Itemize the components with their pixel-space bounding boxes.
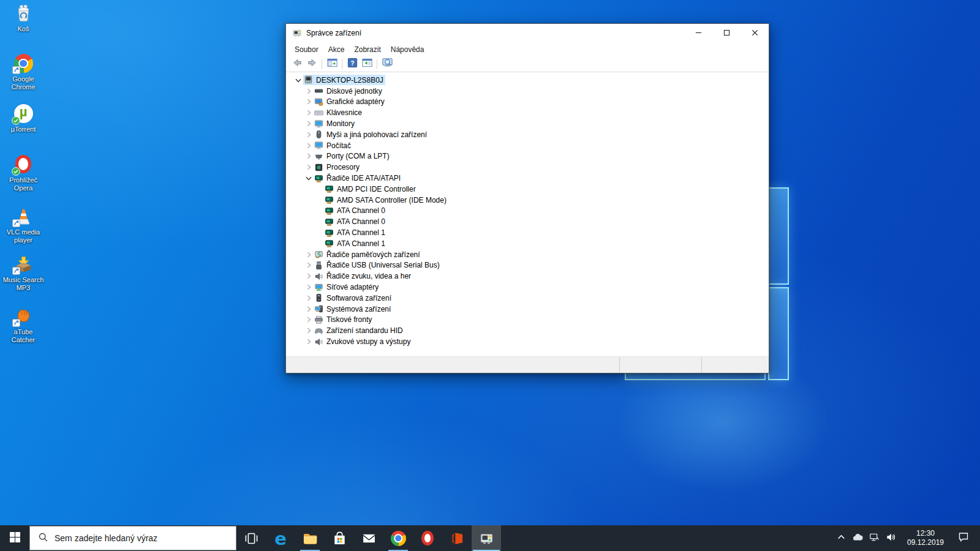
maximize-button[interactable] bbox=[712, 24, 741, 42]
chevron-right-icon[interactable] bbox=[304, 260, 314, 270]
tree-item-klavesnice[interactable]: Klávesnice bbox=[286, 107, 769, 118]
tree-item-pocitac[interactable]: Počítač bbox=[286, 140, 769, 151]
tree-item-zarizeni-standardu-hid[interactable]: Zařízení standardu HID bbox=[286, 325, 769, 336]
tree-item-label: Tiskové fronty bbox=[326, 315, 372, 324]
office-icon bbox=[450, 531, 465, 546]
tree-item-radice-usb-universal-serial-bus[interactable]: Řadiče USB (Universal Serial Bus) bbox=[286, 260, 769, 271]
opera-icon bbox=[420, 531, 435, 546]
tree-item-amd-pci-ide-controller[interactable]: AMD PCI IDE Controller bbox=[286, 184, 769, 195]
tree-item-ata-channel-1[interactable]: ATA Channel 1 bbox=[286, 227, 769, 238]
chevron-right-icon[interactable] bbox=[304, 108, 314, 118]
chevron-down-icon[interactable] bbox=[293, 75, 303, 85]
tree-item-ata-channel-1[interactable]: ATA Channel 1 bbox=[286, 238, 769, 249]
tree-item-monitory[interactable]: Monitory bbox=[286, 118, 769, 129]
computer-icon bbox=[304, 75, 313, 84]
tree-item-sitove-adaptery[interactable]: Síťové adaptéry bbox=[286, 282, 769, 293]
chevron-right-icon[interactable] bbox=[304, 86, 314, 96]
close-button[interactable] bbox=[741, 24, 769, 42]
taskbar-office-button[interactable] bbox=[442, 525, 472, 551]
menu-item-zobrazit[interactable]: Zobrazit bbox=[349, 43, 385, 56]
start-button[interactable] bbox=[0, 525, 29, 551]
taskbar-microsoft-store-button[interactable] bbox=[325, 525, 354, 551]
tree-item-softwarova-zarizeni[interactable]: Softwarová zařízení bbox=[286, 293, 769, 304]
chevron-down-icon[interactable] bbox=[304, 173, 314, 183]
menu-item-akce[interactable]: Akce bbox=[323, 43, 350, 56]
tree-item-diskove-jednotky[interactable]: Diskové jednotky bbox=[286, 86, 769, 97]
forward-icon bbox=[306, 57, 318, 71]
tree-item-label: Řadiče USB (Universal Serial Bus) bbox=[326, 261, 440, 269]
desktop-icon-kos[interactable]: Koš bbox=[1, 4, 45, 33]
desktop-icon-label: Prohlížeč Opera bbox=[1, 176, 45, 192]
tree-item-desktop-l2s8b0j[interactable]: DESKTOP-L2S8B0J bbox=[286, 75, 769, 86]
chevron-right-icon[interactable] bbox=[304, 304, 314, 314]
taskbar-clock[interactable]: 12:30 09.12.2019 bbox=[905, 529, 946, 547]
chevron-right-icon[interactable] bbox=[304, 119, 314, 129]
desktop-icon-vlc-media-player[interactable]: VLC media player bbox=[1, 207, 45, 244]
desktop-icon-google-chrome[interactable]: Google Chrome bbox=[1, 54, 45, 91]
desktop-icon-atube-catcher[interactable]: aTube Catcher bbox=[1, 307, 45, 343]
list-window-icon bbox=[361, 57, 373, 71]
tree-item-mysi-a-jina-polohovaci-zarizeni[interactable]: Myši a jiná polohovací zařízení bbox=[286, 129, 769, 140]
back-button[interactable] bbox=[290, 58, 304, 71]
desktop-icon-torrent[interactable]: µµTorrent bbox=[1, 104, 45, 133]
taskbar-mail-button[interactable] bbox=[354, 525, 383, 551]
storage-icon bbox=[314, 250, 323, 259]
svg-text:?: ? bbox=[350, 60, 354, 67]
chevron-right-icon[interactable] bbox=[304, 326, 314, 335]
title-bar[interactable]: Správce zařízení bbox=[286, 24, 769, 42]
chevron-right-icon[interactable] bbox=[304, 151, 314, 161]
ide-icon bbox=[325, 239, 334, 248]
shortcut-arrow-icon bbox=[12, 66, 20, 74]
taskbar-task-view-button[interactable] bbox=[236, 525, 266, 551]
tree-item-tiskove-fronty[interactable]: Tiskové fronty bbox=[286, 315, 769, 326]
desktop-icon-prohlizec-opera[interactable]: Prohlížeč Opera bbox=[1, 155, 45, 192]
tray-volume-button[interactable] bbox=[883, 525, 899, 551]
chevron-right-icon[interactable] bbox=[304, 282, 314, 292]
chevron-right-icon[interactable] bbox=[304, 97, 314, 107]
tree-item-label: ATA Channel 1 bbox=[337, 228, 385, 237]
list-window-button[interactable] bbox=[360, 58, 374, 71]
menu-item-soubor[interactable]: Soubor bbox=[290, 43, 323, 56]
tray-network-button[interactable] bbox=[866, 525, 883, 551]
chevron-right-icon[interactable] bbox=[304, 130, 314, 140]
scan-hardware-button[interactable] bbox=[380, 58, 394, 71]
help-button[interactable]: ? bbox=[345, 58, 360, 71]
tree-item-radice-zvuku-videa-a-her[interactable]: Řadiče zvuku, videa a her bbox=[286, 271, 769, 282]
desktop-icon-music-search-mp3[interactable]: Music Search MP3 bbox=[1, 255, 45, 291]
forward-button[interactable] bbox=[304, 58, 319, 71]
action-center-button[interactable] bbox=[952, 525, 975, 551]
disk-icon bbox=[314, 86, 323, 96]
tree-item-procesory[interactable]: Procesory bbox=[286, 162, 769, 173]
chevron-right-icon[interactable] bbox=[304, 271, 314, 281]
ide-icon bbox=[325, 228, 334, 238]
menu-item-napoveda[interactable]: Nápověda bbox=[386, 43, 429, 56]
chevron-right-icon[interactable] bbox=[304, 250, 314, 260]
tree-item-ata-channel-0[interactable]: ATA Channel 0 bbox=[286, 206, 769, 217]
toolbar-separator bbox=[342, 59, 342, 69]
taskbar-file-explorer-button[interactable] bbox=[295, 525, 325, 551]
console-tree-button[interactable] bbox=[325, 58, 339, 71]
tree-item-ata-channel-0[interactable]: ATA Channel 0 bbox=[286, 216, 769, 227]
tray-tray-expand-button[interactable] bbox=[833, 525, 850, 551]
tray-onedrive-button[interactable] bbox=[850, 525, 866, 551]
taskbar-microsoft-edge-button[interactable]: e bbox=[266, 525, 295, 551]
shortcut-arrow-icon bbox=[12, 219, 20, 227]
minimize-button[interactable] bbox=[684, 24, 712, 42]
taskbar-google-chrome-button[interactable] bbox=[383, 525, 413, 551]
chevron-right-icon[interactable] bbox=[304, 315, 314, 324]
tree-item-systemova-zarizeni[interactable]: Systémová zařízení bbox=[286, 304, 769, 315]
taskbar-opera-button[interactable] bbox=[413, 525, 442, 551]
tree-item-radice-ide-ata-atapi[interactable]: Řadiče IDE ATA/ATAPI bbox=[286, 173, 769, 184]
taskbar-search-input[interactable]: Sem zadejte hledaný výraz bbox=[29, 526, 236, 550]
chevron-right-icon[interactable] bbox=[304, 162, 314, 172]
tree-item-zvukove-vstupy-a-vystupy[interactable]: Zvukové vstupy a výstupy bbox=[286, 336, 769, 347]
chevron-right-icon[interactable] bbox=[304, 141, 314, 151]
ide-icon bbox=[314, 174, 323, 183]
tree-item-radice-pametovych-zarizeni[interactable]: Řadiče paměťových zařízení bbox=[286, 249, 769, 260]
tree-item-amd-sata-controller-ide-mode[interactable]: AMD SATA Controller (IDE Mode) bbox=[286, 195, 769, 206]
tree-item-graficke-adaptery[interactable]: Grafické adaptéry bbox=[286, 97, 769, 108]
chevron-right-icon[interactable] bbox=[304, 337, 314, 347]
taskbar-device-manager-button[interactable] bbox=[472, 525, 501, 551]
tree-item-porty-com-a-lpt[interactable]: Porty (COM a LPT) bbox=[286, 151, 769, 162]
chevron-right-icon[interactable] bbox=[304, 293, 314, 303]
